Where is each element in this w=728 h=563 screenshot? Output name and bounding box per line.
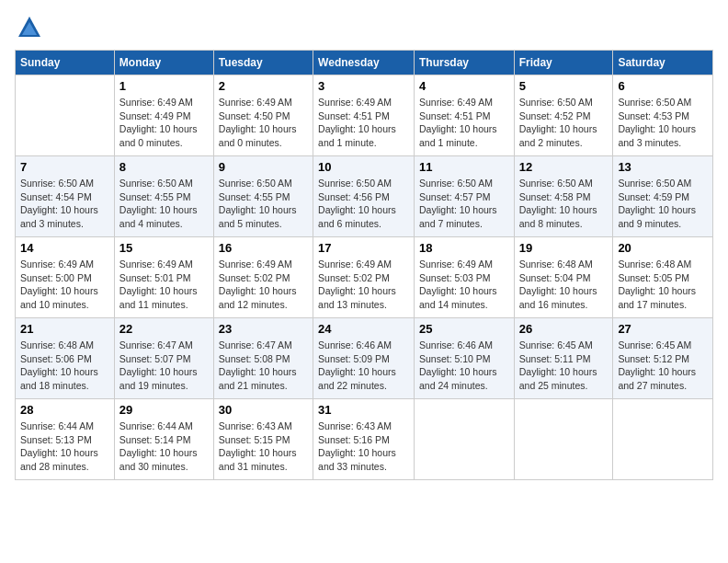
calendar-cell: 21Sunrise: 6:48 AMSunset: 5:06 PMDayligh…	[16, 318, 115, 399]
calendar-cell: 7Sunrise: 6:50 AMSunset: 4:54 PMDaylight…	[16, 156, 115, 237]
calendar-week-row: 28Sunrise: 6:44 AMSunset: 5:13 PMDayligh…	[16, 399, 713, 480]
day-number: 3	[318, 79, 409, 93]
cell-info: Sunrise: 6:47 AMSunset: 5:08 PMDaylight:…	[219, 339, 297, 391]
cell-info: Sunrise: 6:49 AMSunset: 5:01 PMDaylight:…	[119, 259, 198, 310]
day-number: 30	[219, 403, 308, 417]
cell-info: Sunrise: 6:49 AMSunset: 4:51 PMDaylight:…	[318, 97, 396, 148]
cell-info: Sunrise: 6:43 AMSunset: 5:16 PMDaylight:…	[318, 420, 396, 472]
day-number: 20	[618, 241, 708, 255]
calendar-cell	[414, 399, 514, 480]
header-day: Saturday	[613, 51, 713, 75]
cell-info: Sunrise: 6:49 AMSunset: 4:49 PMDaylight:…	[119, 97, 198, 148]
calendar-cell: 12Sunrise: 6:50 AMSunset: 4:58 PMDayligh…	[514, 156, 613, 237]
calendar-cell: 14Sunrise: 6:49 AMSunset: 5:00 PMDayligh…	[16, 237, 115, 318]
cell-info: Sunrise: 6:45 AMSunset: 5:11 PMDaylight:…	[519, 339, 597, 391]
day-number: 18	[419, 241, 509, 255]
calendar-cell: 19Sunrise: 6:48 AMSunset: 5:04 PMDayligh…	[514, 237, 613, 318]
calendar-cell: 16Sunrise: 6:49 AMSunset: 5:02 PMDayligh…	[213, 237, 313, 318]
day-number: 16	[219, 241, 308, 255]
cell-info: Sunrise: 6:49 AMSunset: 5:02 PMDaylight:…	[219, 259, 297, 310]
day-number: 5	[519, 79, 609, 93]
calendar-cell: 11Sunrise: 6:50 AMSunset: 4:57 PMDayligh…	[414, 156, 514, 237]
day-number: 6	[618, 79, 708, 93]
day-number: 17	[318, 241, 409, 255]
day-number: 28	[20, 403, 109, 417]
logo-icon	[17, 15, 42, 40]
calendar-cell	[613, 399, 713, 480]
day-number: 2	[219, 79, 308, 93]
calendar-week-row: 14Sunrise: 6:49 AMSunset: 5:00 PMDayligh…	[16, 237, 713, 318]
day-number: 15	[119, 241, 209, 255]
calendar-week-row: 21Sunrise: 6:48 AMSunset: 5:06 PMDayligh…	[16, 318, 713, 399]
cell-info: Sunrise: 6:49 AMSunset: 5:00 PMDaylight:…	[20, 259, 98, 310]
cell-info: Sunrise: 6:50 AMSunset: 4:56 PMDaylight:…	[318, 178, 396, 229]
cell-info: Sunrise: 6:48 AMSunset: 5:05 PMDaylight:…	[618, 259, 696, 310]
calendar-cell: 30Sunrise: 6:43 AMSunset: 5:15 PMDayligh…	[213, 399, 313, 480]
calendar-cell: 3Sunrise: 6:49 AMSunset: 4:51 PMDaylight…	[313, 75, 415, 156]
day-number: 25	[419, 322, 509, 336]
cell-info: Sunrise: 6:46 AMSunset: 5:09 PMDaylight:…	[318, 339, 396, 391]
cell-info: Sunrise: 6:47 AMSunset: 5:07 PMDaylight:…	[119, 339, 198, 391]
cell-info: Sunrise: 6:49 AMSunset: 5:02 PMDaylight:…	[318, 259, 396, 310]
calendar-week-row: 7Sunrise: 6:50 AMSunset: 4:54 PMDaylight…	[16, 156, 713, 237]
calendar-cell	[16, 75, 115, 156]
cell-info: Sunrise: 6:49 AMSunset: 4:51 PMDaylight:…	[419, 97, 497, 148]
calendar-cell: 2Sunrise: 6:49 AMSunset: 4:50 PMDaylight…	[213, 75, 313, 156]
cell-info: Sunrise: 6:50 AMSunset: 4:52 PMDaylight:…	[519, 97, 597, 148]
day-number: 23	[219, 322, 308, 336]
header-day: Thursday	[414, 51, 514, 75]
calendar-cell: 26Sunrise: 6:45 AMSunset: 5:11 PMDayligh…	[514, 318, 613, 399]
day-number: 24	[318, 322, 409, 336]
day-number: 29	[119, 403, 209, 417]
cell-info: Sunrise: 6:48 AMSunset: 5:04 PMDaylight:…	[519, 259, 597, 310]
calendar-cell: 13Sunrise: 6:50 AMSunset: 4:59 PMDayligh…	[613, 156, 713, 237]
calendar-week-row: 1Sunrise: 6:49 AMSunset: 4:49 PMDaylight…	[16, 75, 713, 156]
page-header	[15, 15, 713, 40]
header-day: Tuesday	[213, 51, 313, 75]
day-number: 8	[119, 160, 209, 174]
calendar-cell: 8Sunrise: 6:50 AMSunset: 4:55 PMDaylight…	[114, 156, 213, 237]
day-number: 7	[20, 160, 109, 174]
calendar-cell: 24Sunrise: 6:46 AMSunset: 5:09 PMDayligh…	[313, 318, 415, 399]
day-number: 19	[519, 241, 609, 255]
calendar-cell: 17Sunrise: 6:49 AMSunset: 5:02 PMDayligh…	[313, 237, 415, 318]
header-day: Monday	[114, 51, 213, 75]
cell-info: Sunrise: 6:50 AMSunset: 4:57 PMDaylight:…	[419, 178, 497, 229]
cell-info: Sunrise: 6:44 AMSunset: 5:14 PMDaylight:…	[119, 420, 198, 472]
calendar-cell: 25Sunrise: 6:46 AMSunset: 5:10 PMDayligh…	[414, 318, 514, 399]
calendar-cell: 10Sunrise: 6:50 AMSunset: 4:56 PMDayligh…	[313, 156, 415, 237]
cell-info: Sunrise: 6:50 AMSunset: 4:54 PMDaylight:…	[20, 178, 98, 229]
header-row: SundayMondayTuesdayWednesdayThursdayFrid…	[16, 51, 713, 75]
day-number: 11	[419, 160, 509, 174]
day-number: 14	[20, 241, 109, 255]
calendar-cell: 9Sunrise: 6:50 AMSunset: 4:55 PMDaylight…	[213, 156, 313, 237]
day-number: 31	[318, 403, 409, 417]
day-number: 13	[618, 160, 708, 174]
calendar-cell: 1Sunrise: 6:49 AMSunset: 4:49 PMDaylight…	[114, 75, 213, 156]
calendar-cell	[514, 399, 613, 480]
day-number: 26	[519, 322, 609, 336]
cell-info: Sunrise: 6:43 AMSunset: 5:15 PMDaylight:…	[219, 420, 297, 472]
calendar-cell: 5Sunrise: 6:50 AMSunset: 4:52 PMDaylight…	[514, 75, 613, 156]
header-day: Wednesday	[313, 51, 415, 75]
cell-info: Sunrise: 6:46 AMSunset: 5:10 PMDaylight:…	[419, 339, 497, 391]
calendar-cell: 4Sunrise: 6:49 AMSunset: 4:51 PMDaylight…	[414, 75, 514, 156]
cell-info: Sunrise: 6:49 AMSunset: 5:03 PMDaylight:…	[419, 259, 497, 310]
cell-info: Sunrise: 6:48 AMSunset: 5:06 PMDaylight:…	[20, 339, 98, 391]
calendar-cell: 18Sunrise: 6:49 AMSunset: 5:03 PMDayligh…	[414, 237, 514, 318]
logo	[15, 15, 42, 40]
cell-info: Sunrise: 6:50 AMSunset: 4:58 PMDaylight:…	[519, 178, 597, 229]
day-number: 27	[618, 322, 708, 336]
calendar-cell: 6Sunrise: 6:50 AMSunset: 4:53 PMDaylight…	[613, 75, 713, 156]
calendar-cell: 23Sunrise: 6:47 AMSunset: 5:08 PMDayligh…	[213, 318, 313, 399]
calendar-cell: 28Sunrise: 6:44 AMSunset: 5:13 PMDayligh…	[16, 399, 115, 480]
calendar-cell: 15Sunrise: 6:49 AMSunset: 5:01 PMDayligh…	[114, 237, 213, 318]
cell-info: Sunrise: 6:50 AMSunset: 4:55 PMDaylight:…	[219, 178, 297, 229]
day-number: 4	[419, 79, 509, 93]
day-number: 10	[318, 160, 409, 174]
cell-info: Sunrise: 6:49 AMSunset: 4:50 PMDaylight:…	[219, 97, 297, 148]
calendar-cell: 29Sunrise: 6:44 AMSunset: 5:14 PMDayligh…	[114, 399, 213, 480]
cell-info: Sunrise: 6:50 AMSunset: 4:53 PMDaylight:…	[618, 97, 696, 148]
calendar-cell: 27Sunrise: 6:45 AMSunset: 5:12 PMDayligh…	[613, 318, 713, 399]
header-day: Sunday	[16, 51, 115, 75]
